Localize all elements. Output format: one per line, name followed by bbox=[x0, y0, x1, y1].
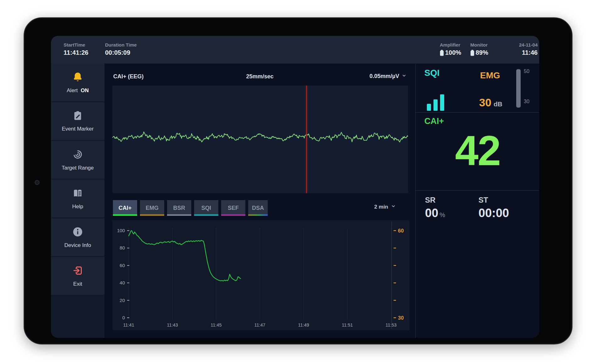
emg-scale-min: 30 bbox=[524, 99, 529, 104]
monitor-battery-value: 89% bbox=[476, 49, 488, 56]
tab-emg[interactable]: EMG bbox=[140, 200, 164, 216]
sidebar-item-target-range[interactable]: Target Range bbox=[51, 141, 104, 179]
battery-icon bbox=[440, 50, 444, 56]
start-time-value: 11:41:26 bbox=[64, 49, 88, 56]
st-value: 00:00 bbox=[478, 206, 509, 220]
values-panel: SQI EMG 30 dB 50 30 CAI+ 42 SR 00% bbox=[415, 64, 539, 338]
main-area: CAI+ (EEG) 25mm/sec 0.05mm/µV CAI+ EMG B… bbox=[104, 64, 415, 338]
st-label: ST bbox=[478, 196, 509, 204]
sidebar-item-exit[interactable]: Exit bbox=[51, 257, 104, 295]
tab-underline bbox=[221, 214, 245, 216]
svg-text:20: 20 bbox=[120, 298, 125, 303]
panel-divider bbox=[416, 112, 539, 113]
tab-bsr[interactable]: BSR bbox=[167, 200, 191, 216]
sidebar-item-event-marker[interactable]: Event Marker bbox=[51, 102, 104, 140]
emg-label: EMG bbox=[480, 70, 500, 81]
emg-scale-max: 50 bbox=[524, 69, 529, 74]
svg-text:11:47: 11:47 bbox=[254, 322, 265, 328]
tablet-frame: StartTime 11:41:26 Duration Time 00:05:0… bbox=[24, 17, 573, 344]
svg-text:11:51: 11:51 bbox=[342, 322, 353, 328]
bell-icon bbox=[72, 71, 83, 83]
monitor-battery-block: Monitor 89% bbox=[470, 42, 488, 56]
amplifier-battery-block: Amplifier 100% bbox=[440, 42, 461, 56]
battery-icon bbox=[470, 50, 474, 56]
book-icon bbox=[72, 188, 83, 199]
svg-text:60: 60 bbox=[120, 263, 125, 268]
tab-underline bbox=[248, 214, 268, 216]
eeg-sensitivity-select[interactable]: 0.05mm/µV bbox=[369, 72, 407, 81]
time-cursor-line bbox=[306, 86, 307, 193]
chevron-down-icon bbox=[402, 73, 406, 80]
sidebar-item-label: Exit bbox=[73, 281, 82, 287]
svg-text:40: 40 bbox=[120, 280, 125, 285]
sr-value: 00% bbox=[425, 206, 445, 220]
emg-value: 30 dB bbox=[479, 96, 502, 109]
cai-label: CAI+ bbox=[424, 116, 444, 126]
target-icon bbox=[72, 149, 83, 160]
svg-text:11:43: 11:43 bbox=[167, 322, 178, 328]
tab-underline bbox=[113, 214, 137, 216]
top-status-bar: StartTime 11:41:26 Duration Time 00:05:0… bbox=[51, 36, 539, 64]
eeg-header: CAI+ (EEG) 25mm/sec 0.05mm/µV bbox=[104, 72, 415, 82]
svg-text:11:53: 11:53 bbox=[385, 322, 396, 328]
svg-text:60: 60 bbox=[398, 228, 404, 233]
date-value: 24-11-04 bbox=[501, 42, 538, 48]
sidebar-item-label: Device Info bbox=[64, 242, 91, 249]
sidebar-item-help[interactable]: Help bbox=[51, 180, 104, 217]
sidebar-item-label: Target Range bbox=[62, 165, 94, 171]
trend-range-select[interactable]: 2 min bbox=[373, 203, 397, 211]
amplifier-battery-value: 100% bbox=[445, 49, 461, 56]
sidebar-item-alert[interactable]: Alert ON bbox=[51, 64, 104, 101]
sidebar-item-label: Alert ON bbox=[67, 87, 89, 94]
sr-block: SR 00% bbox=[425, 196, 445, 220]
svg-text:11:49: 11:49 bbox=[298, 322, 309, 328]
screen: StartTime 11:41:26 Duration Time 00:05:0… bbox=[51, 36, 539, 338]
info-icon bbox=[72, 226, 83, 238]
eeg-strip-chart bbox=[112, 86, 408, 193]
trend-chart: 11:4111:4311:4511:4711:4911:5111:5302040… bbox=[112, 220, 410, 330]
sr-label: SR bbox=[425, 196, 445, 204]
start-time-label: StartTime bbox=[64, 42, 88, 48]
signal-bars-icon bbox=[427, 94, 449, 111]
cai-index-value: 42 bbox=[416, 130, 539, 172]
tab-underline bbox=[167, 214, 191, 216]
eeg-waveform-svg bbox=[112, 86, 408, 193]
alert-state: ON bbox=[81, 87, 89, 93]
front-camera bbox=[36, 181, 39, 184]
svg-text:11:45: 11:45 bbox=[210, 322, 221, 328]
chevron-down-icon bbox=[391, 204, 396, 210]
panel-divider bbox=[416, 190, 539, 191]
monitor-label: Monitor bbox=[470, 42, 488, 48]
tab-underline bbox=[140, 214, 164, 216]
sqi-label: SQI bbox=[424, 68, 439, 78]
svg-text:80: 80 bbox=[120, 245, 125, 250]
tab-sqi[interactable]: SQI bbox=[194, 200, 218, 216]
sidebar-item-label: Help bbox=[72, 204, 83, 210]
sidebar-item-device-info[interactable]: Device Info bbox=[51, 218, 104, 256]
amplifier-label: Amplifier bbox=[440, 42, 461, 48]
clipboard-pencil-icon bbox=[72, 110, 83, 121]
svg-text:100: 100 bbox=[117, 228, 125, 233]
svg-text:0: 0 bbox=[122, 315, 125, 320]
sidebar-item-label: Event Marker bbox=[62, 126, 93, 132]
duration-value: 00:05:09 bbox=[105, 49, 137, 56]
tab-sef[interactable]: SEF bbox=[221, 200, 245, 216]
trend-tab-row: CAI+ EMG BSR SQI SEF DSA 2 min bbox=[104, 200, 415, 216]
datetime-block: 24-11-04 11:46 bbox=[501, 42, 538, 56]
sidebar: Alert ON Event Marker bbox=[51, 64, 104, 338]
start-time-block: StartTime 11:41:26 bbox=[64, 42, 88, 56]
trend-chart-svg: 11:4111:4311:4511:4711:4911:5111:5302040… bbox=[112, 220, 410, 330]
emg-scale-slider[interactable] bbox=[516, 69, 521, 108]
svg-text:11:41: 11:41 bbox=[123, 322, 134, 328]
duration-block: Duration Time 00:05:09 bbox=[105, 42, 137, 56]
svg-text:30: 30 bbox=[398, 315, 404, 321]
clock-value: 11:46 bbox=[501, 49, 538, 56]
tab-underline bbox=[194, 214, 218, 216]
tab-dsa[interactable]: DSA bbox=[248, 200, 268, 216]
duration-label: Duration Time bbox=[105, 42, 137, 48]
logout-icon bbox=[72, 265, 83, 276]
tab-cai[interactable]: CAI+ bbox=[113, 200, 137, 216]
st-block: ST 00:00 bbox=[478, 196, 509, 220]
